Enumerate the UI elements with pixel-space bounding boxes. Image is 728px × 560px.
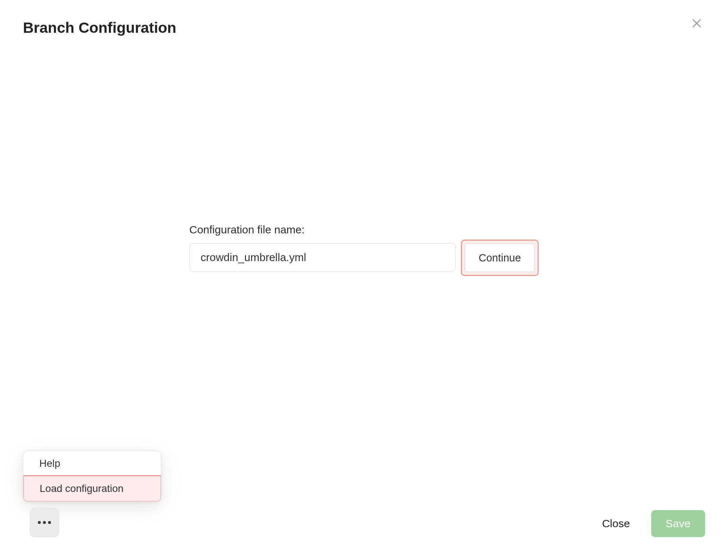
continue-button-label: Continue [465,244,535,272]
modal-header: Branch Configuration [0,0,728,36]
config-form: Configuration file name: Continue [189,224,539,272]
close-icon[interactable] [688,15,705,34]
config-field-row: Continue [189,243,539,272]
config-filename-input[interactable] [189,243,456,272]
continue-button[interactable]: Continue [461,240,539,276]
modal-footer: Close Save [599,510,705,537]
modal-title: Branch Configuration [23,19,176,36]
close-button[interactable]: Close [599,514,633,533]
menu-item-load-configuration[interactable]: Load configuration [23,475,161,502]
ellipsis-icon [38,521,51,524]
more-menu-popover: Help Load configuration [23,451,161,502]
config-filename-label: Configuration file name: [189,224,539,236]
more-button[interactable] [30,508,59,537]
menu-item-help[interactable]: Help [23,451,161,476]
save-button[interactable]: Save [651,510,705,537]
